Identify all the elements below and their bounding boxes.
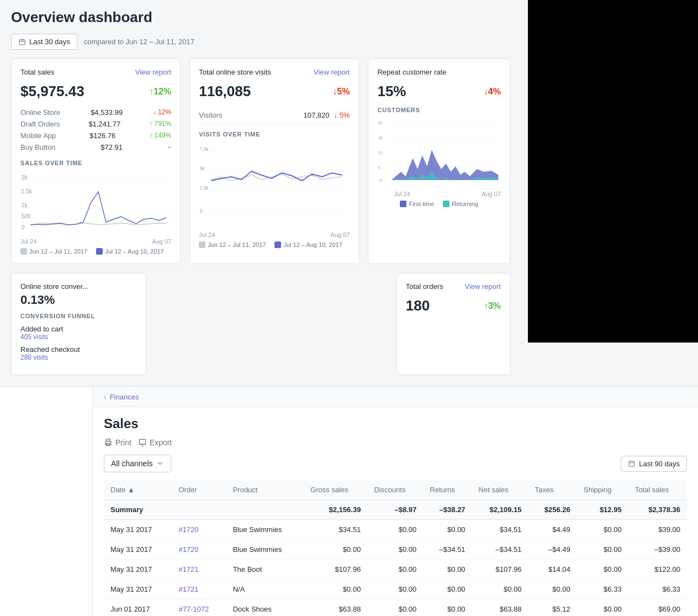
col-total-sales: Total sales: [628, 480, 687, 500]
table-row: May 31 2017 #1721 The Boot $107.96 $0.00…: [104, 560, 687, 580]
total-visits-value: 116,085: [199, 83, 251, 100]
total-visits-title: Total online store visits: [199, 68, 271, 76]
calendar-icon: [18, 38, 26, 46]
sales-x-label-1: Jul 24: [20, 238, 36, 245]
col-shipping: Shipping: [577, 480, 628, 500]
col-gross-sales: Gross sales: [304, 480, 367, 500]
online-conversion-card: Online store conver... 0.13% CONVERSION …: [11, 273, 146, 375]
date-filter-button[interactable]: Last 90 days: [621, 456, 687, 472]
svg-text:7.5k: 7.5k: [200, 146, 209, 152]
visitors-label: Visitors: [199, 111, 222, 119]
sales-report-section: ‹ Finances Sales Print Export: [0, 386, 698, 616]
online-conversion-value: 0.13%: [20, 293, 137, 307]
breadcrumb-finances-link[interactable]: Finances: [110, 393, 139, 401]
customer-x-label-1: Jul 24: [394, 191, 410, 197]
filter-row: All channels Last 90 days: [93, 455, 698, 480]
total-orders-change: ↑3%: [484, 301, 501, 311]
breadcrumb: ‹ Finances: [93, 387, 698, 407]
sales-title: Sales: [104, 416, 687, 431]
summary-discounts: –$8.97: [367, 500, 423, 520]
export-button[interactable]: Export: [138, 438, 172, 447]
export-icon: [138, 438, 147, 447]
calendar-icon-2: [628, 460, 636, 467]
svg-text:0: 0: [22, 224, 25, 231]
row-product: Blue Swimmies: [226, 540, 304, 560]
col-order: Order: [172, 480, 226, 500]
svg-text:1k: 1k: [22, 202, 28, 209]
svg-text:10: 10: [378, 150, 383, 155]
table-row: Jun 01 2017 #77-1072 Dock Shoes $63.88 $…: [104, 599, 687, 617]
row-order: #1721: [172, 560, 226, 580]
funnel-item-checkout: Reached checkout 288 visits: [20, 345, 137, 361]
row-returns: $0.00: [423, 520, 472, 540]
summary-gross: $2,156.39: [304, 500, 367, 520]
summary-taxes: $256.26: [528, 500, 577, 520]
svg-text:15: 15: [378, 135, 383, 140]
row-date: May 31 2017: [104, 540, 172, 560]
channel-filter-label: All channels: [111, 459, 153, 468]
channel-filter[interactable]: All channels: [104, 455, 171, 472]
export-label: Export: [150, 438, 172, 447]
svg-rect-39: [629, 461, 634, 466]
right-panel: ‹ Finances Sales Print Export: [93, 387, 698, 616]
svg-text:2k: 2k: [22, 174, 28, 181]
row-discounts: $0.00: [367, 520, 423, 540]
compare-text: compared to Jun 12 – Jul 11, 2017: [84, 38, 194, 46]
row-shipping: $0.00: [577, 520, 628, 540]
total-visits-change: ↓5%: [332, 87, 350, 97]
svg-rect-36: [139, 439, 145, 444]
visits-over-time-label: VISITS OVER TIME: [199, 131, 350, 138]
row-date: May 31 2017: [104, 520, 172, 540]
total-visits-view-report[interactable]: View report: [314, 68, 350, 76]
left-panel: [0, 387, 93, 616]
summary-returns: –$38.27: [423, 500, 472, 520]
date-button-label: Last 30 days: [29, 38, 70, 46]
sales-breakdown: Online Store $4,533.99 ↓ 12% Draft Order…: [20, 107, 171, 153]
col-date[interactable]: Date ▲: [104, 480, 172, 500]
visits-x-label-1: Jul 24: [199, 231, 215, 238]
row-date: May 31 2017: [104, 580, 172, 599]
sales-actions: Print Export: [104, 438, 687, 447]
svg-text:0: 0: [380, 177, 382, 183]
col-product: Product: [226, 480, 304, 500]
svg-text:1.5k: 1.5k: [22, 188, 33, 195]
row-order: #1721: [172, 580, 226, 599]
table-row: May 31 2017 #1720 Blue Swimmies $34.51 $…: [104, 520, 687, 540]
repeat-customer-change: ↓4%: [484, 87, 501, 97]
total-sales-view-report[interactable]: View report: [135, 68, 172, 76]
svg-rect-34: [107, 439, 110, 441]
svg-text:20: 20: [378, 120, 383, 125]
date-range-button[interactable]: Last 30 days: [11, 34, 77, 50]
customers-section-label: CUSTOMERS: [377, 107, 501, 113]
col-discounts: Discounts: [367, 480, 423, 500]
svg-text:5k: 5k: [200, 166, 205, 171]
repeat-customer-value: 15%: [377, 83, 406, 100]
svg-marker-31: [392, 150, 498, 180]
conversion-funnel-label: CONVERSION FUNNEL: [20, 313, 137, 319]
col-net-sales: Net sales: [472, 480, 528, 500]
visits-chart: 7.5k 5k 2.5k 0: [199, 141, 350, 229]
total-sales-change: ↑12%: [149, 87, 171, 97]
funnel-item-cart: Added to cart 405 visits: [20, 325, 137, 341]
print-button[interactable]: Print: [104, 438, 131, 447]
customer-x-label-2: Aug 07: [482, 191, 501, 197]
row-total: $39.00: [628, 520, 687, 540]
row-product: Dock Shoes: [226, 599, 304, 617]
customers-chart: 20 15 10 5 0: [377, 117, 501, 188]
sales-over-time-label: SALES OVER TIME: [20, 160, 171, 166]
repeat-customer-card: Repeat customer rate 15% ↓4% CUSTOMERS: [368, 59, 510, 264]
table-row: May 31 2017 #1720 Blue Swimmies $0.00 $0…: [104, 540, 687, 560]
row-order: #77-1072: [172, 599, 226, 617]
table-header-row: Date ▲ Order Product Gross sales Discoun…: [104, 480, 687, 500]
sales-chart: 2k 1.5k 1k 500 0: [20, 170, 171, 236]
date-filter-label: Last 90 days: [639, 460, 680, 468]
row-net: $34.51: [472, 520, 528, 540]
col-returns: Returns: [423, 480, 472, 500]
total-orders-view-report[interactable]: View report: [464, 282, 501, 291]
row-product: Blue Swimmies: [226, 520, 304, 540]
svg-rect-0: [19, 39, 25, 44]
summary-total: $2,378.36: [628, 500, 687, 520]
row-taxes: $4.49: [528, 520, 577, 540]
summary-row: Summary $2,156.39 –$8.97 –$38.27 $2,109.…: [104, 500, 687, 520]
svg-text:500: 500: [22, 213, 31, 220]
